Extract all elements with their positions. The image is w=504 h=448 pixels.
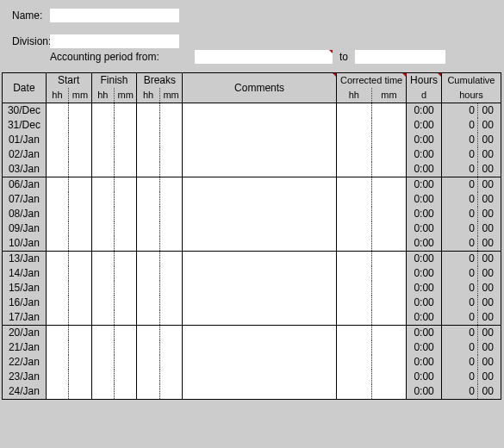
cell-corr-hh[interactable] [337, 192, 372, 207]
cell-finish-hh[interactable] [91, 177, 114, 193]
cell-breaks-mm[interactable] [159, 177, 182, 193]
cell-breaks-mm[interactable] [159, 340, 182, 355]
cell-breaks-hh[interactable] [137, 162, 159, 177]
cell-start-hh[interactable] [46, 103, 68, 119]
cell-corr-hh[interactable] [337, 147, 372, 162]
cell-corr-mm[interactable] [371, 252, 407, 267]
cell-finish-hh[interactable] [91, 340, 114, 355]
cell-corr-hh[interactable] [337, 162, 372, 177]
cell-start-hh[interactable] [46, 326, 68, 341]
cell-breaks-hh[interactable] [137, 340, 159, 355]
cell-breaks-mm[interactable] [159, 103, 182, 119]
cell-corr-hh[interactable] [337, 384, 372, 400]
cell-corr-mm[interactable] [371, 207, 407, 221]
cell-finish-hh[interactable] [91, 236, 114, 252]
cell-corr-mm[interactable] [371, 296, 407, 310]
cell-breaks-hh[interactable] [137, 207, 159, 221]
cell-comments[interactable] [183, 177, 337, 193]
cell-corr-mm[interactable] [371, 310, 407, 326]
cell-comments[interactable] [183, 103, 337, 119]
cell-corr-mm[interactable] [371, 162, 407, 177]
cell-start-mm[interactable] [69, 252, 91, 267]
period-to-input[interactable] [355, 50, 445, 64]
cell-breaks-hh[interactable] [137, 147, 159, 162]
cell-finish-hh[interactable] [91, 370, 114, 384]
cell-finish-mm[interactable] [115, 103, 137, 119]
cell-start-mm[interactable] [69, 207, 91, 221]
cell-corr-hh[interactable] [337, 266, 372, 281]
cell-corr-mm[interactable] [371, 384, 407, 400]
cell-finish-hh[interactable] [91, 118, 114, 133]
cell-start-hh[interactable] [46, 162, 68, 177]
cell-start-hh[interactable] [46, 384, 68, 400]
cell-finish-mm[interactable] [115, 355, 137, 370]
cell-breaks-hh[interactable] [137, 384, 159, 400]
cell-breaks-mm[interactable] [159, 281, 182, 296]
cell-comments[interactable] [183, 192, 337, 207]
cell-corr-mm[interactable] [371, 281, 407, 296]
cell-breaks-mm[interactable] [159, 133, 182, 147]
cell-finish-mm[interactable] [115, 221, 137, 236]
cell-finish-hh[interactable] [91, 281, 114, 296]
cell-finish-mm[interactable] [115, 207, 137, 221]
cell-start-mm[interactable] [69, 177, 91, 193]
cell-finish-hh[interactable] [91, 207, 114, 221]
cell-start-hh[interactable] [46, 192, 68, 207]
cell-start-mm[interactable] [69, 370, 91, 384]
cell-finish-hh[interactable] [91, 384, 114, 400]
cell-corr-hh[interactable] [337, 281, 372, 296]
cell-corr-hh[interactable] [337, 370, 372, 384]
cell-corr-hh[interactable] [337, 296, 372, 310]
cell-start-hh[interactable] [46, 355, 68, 370]
cell-finish-mm[interactable] [115, 177, 137, 193]
cell-finish-mm[interactable] [115, 266, 137, 281]
cell-start-mm[interactable] [69, 296, 91, 310]
cell-corr-mm[interactable] [371, 177, 407, 193]
cell-finish-mm[interactable] [115, 147, 137, 162]
cell-corr-hh[interactable] [337, 133, 372, 147]
cell-finish-hh[interactable] [91, 296, 114, 310]
cell-corr-hh[interactable] [337, 103, 372, 119]
cell-finish-mm[interactable] [115, 370, 137, 384]
cell-breaks-hh[interactable] [137, 236, 159, 252]
cell-breaks-mm[interactable] [159, 326, 182, 341]
cell-start-mm[interactable] [69, 162, 91, 177]
cell-corr-hh[interactable] [337, 340, 372, 355]
cell-finish-hh[interactable] [91, 221, 114, 236]
cell-breaks-mm[interactable] [159, 252, 182, 267]
cell-start-mm[interactable] [69, 340, 91, 355]
cell-breaks-hh[interactable] [137, 252, 159, 267]
cell-corr-mm[interactable] [371, 192, 407, 207]
cell-finish-mm[interactable] [115, 340, 137, 355]
cell-start-hh[interactable] [46, 370, 68, 384]
cell-breaks-mm[interactable] [159, 384, 182, 400]
cell-breaks-mm[interactable] [159, 236, 182, 252]
cell-start-mm[interactable] [69, 355, 91, 370]
division-input[interactable] [50, 34, 179, 48]
cell-comments[interactable] [183, 221, 337, 236]
cell-finish-mm[interactable] [115, 192, 137, 207]
cell-finish-mm[interactable] [115, 296, 137, 310]
name-input[interactable] [50, 9, 179, 22]
cell-finish-hh[interactable] [91, 326, 114, 341]
cell-finish-hh[interactable] [91, 355, 114, 370]
cell-breaks-hh[interactable] [137, 310, 159, 326]
cell-comments[interactable] [183, 326, 337, 341]
cell-finish-mm[interactable] [115, 118, 137, 133]
cell-corr-hh[interactable] [337, 326, 372, 341]
cell-breaks-mm[interactable] [159, 147, 182, 162]
period-from-input[interactable] [195, 50, 333, 64]
cell-breaks-mm[interactable] [159, 296, 182, 310]
cell-finish-hh[interactable] [91, 192, 114, 207]
cell-breaks-mm[interactable] [159, 192, 182, 207]
cell-comments[interactable] [183, 340, 337, 355]
cell-breaks-hh[interactable] [137, 281, 159, 296]
cell-breaks-mm[interactable] [159, 266, 182, 281]
cell-finish-hh[interactable] [91, 162, 114, 177]
cell-start-hh[interactable] [46, 281, 68, 296]
cell-corr-hh[interactable] [337, 252, 372, 267]
cell-start-hh[interactable] [46, 221, 68, 236]
cell-comments[interactable] [183, 162, 337, 177]
cell-breaks-hh[interactable] [137, 133, 159, 147]
cell-start-mm[interactable] [69, 281, 91, 296]
